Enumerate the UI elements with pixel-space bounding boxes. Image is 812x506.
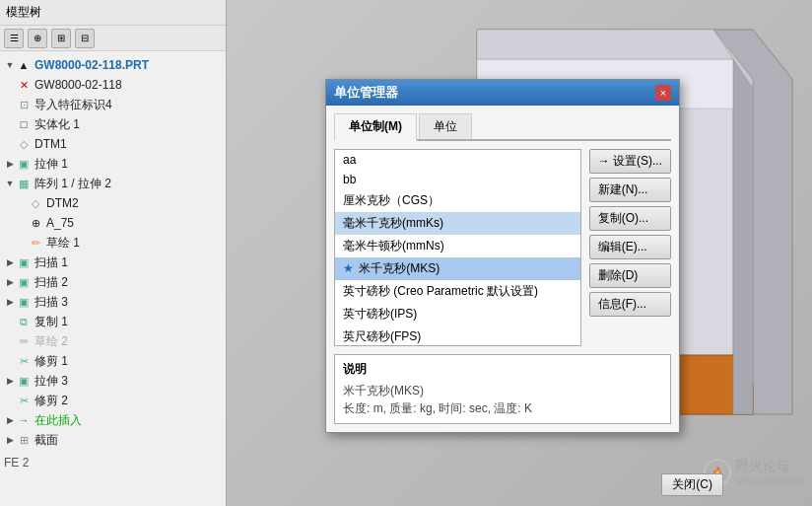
tree-item-sketch1[interactable]: ✏ 草绘 1 <box>0 233 226 253</box>
tab-unit-system[interactable]: 单位制(M) <box>334 113 417 141</box>
tree-item-gw-ref[interactable]: ✕ GW8000-02-118 <box>0 75 226 95</box>
tree-icon-gw-ref: ✕ <box>16 77 32 93</box>
dialog-body: 单位制(M) 单位 aa bb 厘米克秒（CGS） 毫米千克秒(mmKs) 毫米… <box>326 106 679 432</box>
tree-label-array12: 阵列 1 / 拉伸 2 <box>34 176 111 192</box>
tree-item-dtm2[interactable]: ◇ DTM2 <box>0 193 226 213</box>
tree-icon-solid1: □ <box>16 116 32 132</box>
tree-item-pull1[interactable]: ▶ ▣ 拉伸 1 <box>0 154 226 174</box>
delete-button[interactable]: 删除(D) <box>589 263 671 288</box>
dialog-close-button[interactable]: × <box>655 85 671 101</box>
tree-label-pull3: 拉伸 3 <box>34 373 68 390</box>
tree-icon-trim2: ✂ <box>16 393 32 408</box>
list-item-aa[interactable]: aa <box>335 150 580 170</box>
toolbar-btn-3[interactable]: ⊞ <box>51 29 71 48</box>
tree-label-sweep1: 扫描 1 <box>34 254 68 271</box>
list-item-bb[interactable]: bb <box>335 170 580 189</box>
toolbar-btn-2[interactable]: ⊕ <box>28 29 47 48</box>
toolbar-btn-1[interactable]: ☰ <box>4 29 24 48</box>
list-item-creo[interactable]: 英寸磅秒 (Creo Parametric 默认设置) <box>335 280 580 303</box>
set-button[interactable]: → 设置(S)... <box>589 149 671 174</box>
dialog-titlebar: 单位管理器 × <box>326 80 679 106</box>
expand-arrow-insert: ▶ <box>4 414 16 426</box>
fe2-label: FE 2 <box>4 456 29 470</box>
tree-icon-dtm2: ◇ <box>28 195 43 211</box>
tree-item-root[interactable]: ▼ ▲ GW8000-02-118.PRT <box>0 55 226 75</box>
tree-item-insert[interactable]: ▶ → 在此插入 <box>0 410 226 430</box>
dialog-action-buttons: → 设置(S)... 新建(N)... 复制(O)... 编辑(E)... 删除… <box>589 149 671 346</box>
watermark-logo: 🔥 <box>704 459 731 486</box>
tree-item-sweep3[interactable]: ▶ ▣ 扫描 3 <box>0 292 226 312</box>
units-manager-dialog[interactable]: 单位管理器 × 单位制(M) 单位 aa bb 厘米克秒（CGS） 毫米千克秒(… <box>325 79 680 433</box>
dialog-content: aa bb 厘米克秒（CGS） 毫米千克秒(mmKs) 毫米牛顿秒(mmNs) … <box>334 149 671 346</box>
edit-button[interactable]: 编辑(E)... <box>589 235 671 259</box>
tree-icon-import: ⊡ <box>16 97 32 112</box>
list-item-cgs[interactable]: 厘米克秒（CGS） <box>335 189 580 212</box>
expand-arrow-sweep3: ▶ <box>4 296 16 308</box>
expand-arrow-section: ▶ <box>4 434 16 446</box>
tree-icon-trim1: ✂ <box>16 353 32 369</box>
units-list[interactable]: aa bb 厘米克秒（CGS） 毫米千克秒(mmKs) 毫米牛顿秒(mmNs) … <box>334 149 581 346</box>
tree-item-section[interactable]: ▶ ⊞ 截面 <box>0 430 226 450</box>
toolbar-btn-4[interactable]: ⊟ <box>75 29 95 48</box>
tree-label-sketch1: 草绘 1 <box>46 235 80 252</box>
tree-item-sweep1[interactable]: ▶ ▣ 扫描 1 <box>0 253 226 272</box>
svg-marker-5 <box>733 59 753 414</box>
tree-label-trim2: 修剪 2 <box>34 393 68 409</box>
list-item-mmns[interactable]: 毫米牛顿秒(mmNs) <box>335 235 580 257</box>
tree-item-trim1[interactable]: ✂ 修剪 1 <box>0 351 226 371</box>
tree-icon-sweep3: ▣ <box>16 294 32 310</box>
tree-item-import[interactable]: ⊡ 导入特征标识4 <box>0 95 226 114</box>
tree-item-solid1[interactable]: □ 实体化 1 <box>0 114 226 134</box>
tree-icon-dtm1: ◇ <box>16 136 32 152</box>
tree-area[interactable]: ▼ ▲ GW8000-02-118.PRT ✕ GW8000-02-118 ⊡ … <box>0 51 226 506</box>
expand-arrow-array12: ▼ <box>4 178 16 189</box>
description-title: 说明 <box>343 361 662 378</box>
tree-item-trim2[interactable]: ✂ 修剪 2 <box>0 391 226 410</box>
info-button[interactable]: 信息(F)... <box>589 292 671 317</box>
panel-title: 模型树 <box>6 4 41 21</box>
expand-arrow-sweep2: ▶ <box>4 276 16 288</box>
watermark: 🔥 野火论坛 www.wildfire.cn <box>704 458 802 486</box>
tree-icon-section: ⊞ <box>16 432 32 448</box>
panel-header: 模型树 <box>0 0 226 26</box>
new-button[interactable]: 新建(N)... <box>589 178 671 202</box>
tree-label-copy1: 复制 1 <box>34 314 68 330</box>
tree-item-sketch2[interactable]: ✏ 草绘 2 <box>0 331 226 351</box>
svg-marker-6 <box>477 30 733 59</box>
tree-icon-array12: ▦ <box>16 176 32 191</box>
tree-item-pull3[interactable]: ▶ ▣ 拉伸 3 <box>0 371 226 391</box>
tree-label-a75: A_75 <box>46 216 74 230</box>
tree-item-sweep2[interactable]: ▶ ▣ 扫描 2 <box>0 272 226 292</box>
description-line-1: 米千克秒(MKS) <box>343 382 662 399</box>
tree-label-solid1: 实体化 1 <box>34 116 80 133</box>
list-item-mmks[interactable]: 毫米千克秒(mmKs) <box>335 212 580 235</box>
tree-item-fe2[interactable]: FE 2 <box>0 450 226 470</box>
expand-arrow-sweep1: ▶ <box>4 256 16 268</box>
panel-toolbar: ☰ ⊕ ⊞ ⊟ <box>0 26 226 51</box>
description-area: 说明 米千克秒(MKS) 长度: m, 质量: kg, 时间: sec, 温度:… <box>334 354 671 424</box>
list-item-mks[interactable]: ★ 米千克秒(MKS) <box>335 257 580 280</box>
tree-label-import: 导入特征标识4 <box>34 97 112 113</box>
list-item-fps[interactable]: 英尺磅秒(FPS) <box>335 325 580 346</box>
tree-icon-pull1: ▣ <box>16 156 32 172</box>
tree-item-a75[interactable]: ⊕ A_75 <box>0 213 226 233</box>
expand-arrow-root: ▼ <box>4 59 16 71</box>
tab-unit[interactable]: 单位 <box>419 113 472 139</box>
tree-icon-sweep1: ▣ <box>16 254 32 270</box>
description-line-2: 长度: m, 质量: kg, 时间: sec, 温度: K <box>343 399 662 417</box>
copy-button[interactable]: 复制(O)... <box>589 206 671 231</box>
tree-label-section: 截面 <box>34 432 58 449</box>
tree-icon-a75: ⊕ <box>28 215 43 231</box>
tree-label-root: GW8000-02-118.PRT <box>34 58 149 72</box>
tree-item-copy1[interactable]: ⧉ 复制 1 <box>0 312 226 331</box>
tree-icon-root: ▲ <box>16 57 32 73</box>
tree-item-dtm1[interactable]: ◇ DTM1 <box>0 134 226 154</box>
tree-item-array12[interactable]: ▼ ▦ 阵列 1 / 拉伸 2 <box>0 174 226 193</box>
tree-label-insert: 在此插入 <box>34 412 82 429</box>
watermark-subtext: www.wildfire.cn <box>735 475 802 486</box>
tree-icon-pull3: ▣ <box>16 373 32 389</box>
tree-label-dtm1: DTM1 <box>34 137 67 151</box>
dialog-tabs: 单位制(M) 单位 <box>334 113 671 141</box>
list-item-ips[interactable]: 英寸磅秒(IPS) <box>335 303 580 325</box>
tree-icon-sketch2: ✏ <box>16 333 32 349</box>
